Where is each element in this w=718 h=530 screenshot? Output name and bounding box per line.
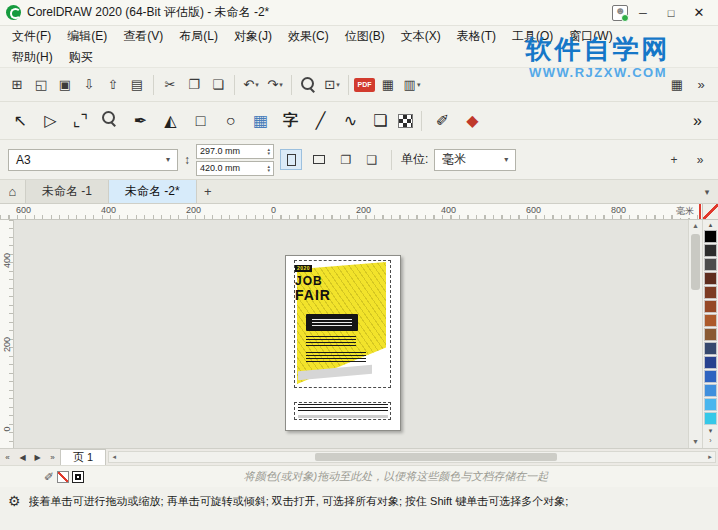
shape-tool-icon[interactable]: ▷ (38, 108, 63, 133)
dropdown-caret-icon[interactable]: ▾ (417, 81, 421, 89)
fill-none-swatch[interactable] (57, 471, 69, 483)
prev-page-button[interactable]: ◀ (15, 449, 30, 465)
color-swatch[interactable] (704, 286, 717, 299)
color-swatch[interactable] (704, 356, 717, 369)
cut-icon[interactable]: ✂ (159, 74, 181, 96)
color-swatch[interactable] (704, 314, 717, 327)
toolbar-overflow-icon[interactable]: » (690, 74, 712, 96)
dropdown-caret-icon[interactable]: ▾ (279, 81, 283, 89)
current-page-button[interactable]: ❑ (362, 150, 382, 170)
menu-item-6[interactable]: 位图(B) (337, 26, 393, 47)
poster-text-block[interactable] (306, 314, 358, 331)
menu-item-row2-1[interactable]: 购买 (61, 47, 101, 68)
eyedropper-tool-icon[interactable]: ✐ (430, 108, 455, 133)
zoom-tool-icon[interactable] (98, 108, 123, 133)
spinner-arrows-icon[interactable]: ▴▾ (267, 164, 270, 172)
menu-item-4[interactable]: 对象(J) (226, 26, 280, 47)
menu-item-8[interactable]: 表格(T) (449, 26, 504, 47)
page-height-spinner[interactable]: 420.0 mm ▴▾ (196, 161, 274, 176)
save-icon[interactable]: ▣ (54, 74, 76, 96)
paste-icon[interactable]: ❏ (207, 74, 229, 96)
pick-tool-icon[interactable]: ↖ (8, 108, 33, 133)
new-document-icon[interactable]: ⊞ (6, 74, 28, 96)
drop-shadow-tool-icon[interactable]: ❏ (368, 108, 393, 133)
settings-gear-icon[interactable]: ⚙ (8, 494, 21, 508)
text-tool-icon[interactable]: 字 (278, 108, 303, 133)
app-launcher-icon[interactable]: ▦ (666, 74, 688, 96)
copy-icon[interactable]: ❐ (183, 74, 205, 96)
zoom-level-dropdown[interactable]: ⊡▾ (321, 74, 343, 96)
import-icon[interactable]: ⇩ (78, 74, 100, 96)
first-page-button[interactable]: « (0, 449, 15, 465)
transparency-tool-icon[interactable] (398, 114, 413, 128)
poster-title-line1[interactable]: JOB (295, 275, 323, 287)
poster-year-chip[interactable]: 2020 (295, 265, 312, 272)
last-page-button[interactable]: » (45, 449, 60, 465)
document-page[interactable]: 2020 JOB FAIR (285, 255, 401, 431)
maximize-button[interactable]: □ (658, 3, 684, 23)
sign-in-icon[interactable] (612, 5, 628, 21)
menu-item-0[interactable]: 文件(F) (4, 26, 59, 47)
palette-scroll-down-icon[interactable]: ▾ (709, 426, 713, 436)
undo-icon[interactable]: ↶▾ (240, 74, 262, 96)
vertical-scrollbar-thumb[interactable] (691, 234, 700, 290)
scroll-left-icon[interactable]: ◂ (109, 452, 119, 462)
tab-list-chevron-icon[interactable]: ▾ (696, 180, 718, 203)
scroll-up-icon[interactable]: ▲ (689, 220, 702, 232)
page-size-preset-dropdown[interactable]: A3 ▾ (8, 149, 178, 171)
color-eyedropper-icon[interactable]: ✐ (44, 470, 54, 484)
menu-item-9[interactable]: 工具(O) (504, 26, 561, 47)
print-icon[interactable]: ▤ (126, 74, 148, 96)
redo-icon[interactable]: ↷▾ (264, 74, 286, 96)
ruler-origin-icon[interactable] (702, 204, 718, 219)
add-button[interactable]: + (664, 150, 684, 170)
ellipse-tool-icon[interactable]: ○ (218, 108, 243, 133)
minimize-button[interactable]: ─ (630, 3, 656, 23)
graph-paper-tool-icon[interactable]: ▦ (248, 108, 273, 133)
menu-item-10[interactable]: 窗口(W) (561, 26, 620, 47)
color-swatch[interactable] (704, 300, 717, 313)
color-swatch[interactable] (704, 412, 717, 425)
horizontal-scrollbar[interactable]: ◂ ▸ (108, 451, 716, 463)
scroll-down-icon[interactable]: ▼ (689, 436, 702, 448)
menu-item-2[interactable]: 查看(V) (115, 26, 171, 47)
color-swatch[interactable] (704, 244, 717, 257)
drawing-canvas[interactable]: 2020 JOB FAIR (14, 220, 688, 448)
spinner-arrows-icon[interactable]: ▴▾ (267, 147, 270, 155)
vertical-scrollbar[interactable]: ▲ ▼ (688, 220, 702, 448)
palette-flyout-icon[interactable]: › (709, 436, 711, 446)
dropdown-caret-icon[interactable]: ▾ (336, 81, 340, 89)
page-tab[interactable]: 页 1 (60, 449, 106, 465)
document-tab-1[interactable]: 未命名 -1 (26, 180, 109, 203)
curve-tool-icon[interactable]: ✒ (128, 108, 153, 133)
poster-stripe-block[interactable] (306, 352, 366, 362)
document-tab-2[interactable]: 未命名 -2* (109, 180, 197, 203)
poster-title-line2[interactable]: FAIR (295, 288, 331, 302)
search-icon[interactable] (297, 74, 319, 96)
crop-tool-icon[interactable]: ⌞⌝ (68, 108, 93, 133)
vertical-ruler[interactable]: 4002000 (0, 220, 14, 448)
menu-item-row2-0[interactable]: 帮助(H) (4, 47, 61, 68)
color-swatch[interactable] (704, 398, 717, 411)
show-grid-icon[interactable]: ▦ (377, 74, 399, 96)
export-icon[interactable]: ⇧ (102, 74, 124, 96)
home-tab-button[interactable]: ⌂ (0, 180, 26, 203)
scroll-right-icon[interactable]: ▸ (705, 452, 715, 462)
color-swatch[interactable] (704, 272, 717, 285)
menu-item-1[interactable]: 编辑(E) (59, 26, 115, 47)
close-button[interactable]: ✕ (686, 3, 712, 23)
line-tool-icon[interactable]: ╱ (308, 108, 333, 133)
menu-item-7[interactable]: 文本(X) (393, 26, 449, 47)
color-swatch[interactable] (704, 370, 717, 383)
portrait-orientation-button[interactable] (280, 149, 302, 170)
new-document-tab-button[interactable]: + (197, 180, 219, 203)
palette-scroll-up-icon[interactable]: ▴ (709, 220, 713, 230)
connector-tool-icon[interactable]: ∿ (338, 108, 363, 133)
rectangle-tool-icon[interactable]: □ (188, 108, 213, 133)
landscape-orientation-button[interactable] (308, 149, 330, 170)
open-document-icon[interactable]: ◱ (30, 74, 52, 96)
menu-item-5[interactable]: 效果(C) (280, 26, 337, 47)
horizontal-ruler[interactable]: 毫米 6004002000200400600800 (0, 204, 718, 220)
property-bar-overflow-icon[interactable]: » (690, 150, 710, 170)
color-swatch[interactable] (704, 328, 717, 341)
